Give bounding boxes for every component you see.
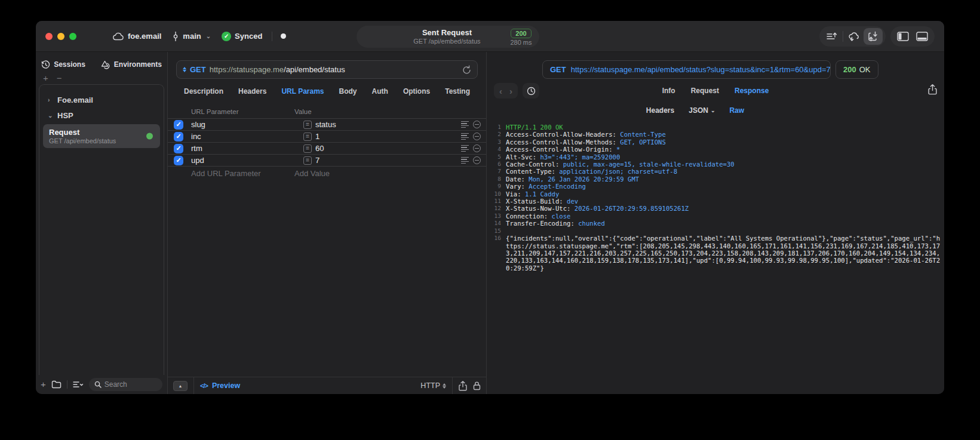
equals-icon: = (303, 121, 312, 129)
toggle-left-sidebar-button[interactable] (893, 28, 913, 45)
param-name[interactable]: inc (191, 132, 287, 141)
line-number: 1 (493, 124, 506, 131)
tree-group-hsp[interactable]: ⌄ HSP (39, 107, 164, 123)
import-export-icon (868, 31, 878, 42)
remove-item-button[interactable]: − (57, 75, 62, 83)
preview-button[interactable]: </> Preview (200, 381, 240, 390)
params-table-header: URL Parameter Value (168, 105, 486, 118)
remove-param-icon[interactable] (473, 133, 481, 140)
tab-url-params[interactable]: URL Params (281, 87, 324, 96)
branch-selector[interactable]: main ⌄ (172, 32, 211, 41)
environments-icon (101, 60, 110, 69)
request-method[interactable]: GET (190, 65, 206, 74)
reorder-handle-icon[interactable] (461, 145, 469, 152)
param-row-rtm[interactable]: ✓rtm=60 (168, 142, 486, 154)
param-row-inc[interactable]: ✓inc=1 (168, 130, 486, 142)
resp-tab-request[interactable]: Request (691, 87, 719, 95)
toggle-bottom-panel-button[interactable] (913, 28, 932, 45)
line-number: 9 (493, 183, 506, 190)
line-content: Date: Mon, 26 Jan 2026 20:29:59 GMT (506, 176, 941, 183)
request-url[interactable]: https://statuspage.me/api/embed/status (210, 65, 345, 74)
param-name[interactable]: slug (191, 120, 287, 129)
zoom-window-button[interactable] (69, 33, 76, 40)
tab-testing[interactable]: Testing (445, 87, 470, 96)
param-enabled-checkbox[interactable]: ✓ (174, 132, 183, 141)
response-line: 11X-Status-Build: dev (493, 198, 941, 205)
minimize-window-button[interactable] (57, 33, 64, 40)
tab-description[interactable]: Description (184, 87, 223, 96)
request-summary-text: Sent Request GET /api/embed/status (364, 29, 511, 45)
reorder-handle-icon[interactable] (461, 121, 469, 128)
response-body[interactable]: 1HTTP/1.1 200 OK2Access-Control-Allow-He… (487, 118, 944, 394)
tab-headers[interactable]: Headers (238, 87, 266, 96)
param-row-slug[interactable]: ✓slug=status (168, 118, 486, 130)
divider (67, 380, 67, 389)
param-value[interactable]: 60 (315, 144, 461, 153)
new-request-button[interactable]: + (41, 381, 46, 387)
param-enabled-checkbox[interactable]: ✓ (174, 120, 183, 130)
param-value[interactable]: status (315, 120, 461, 129)
add-item-button[interactable]: + (43, 75, 48, 83)
request-list-item-selected[interactable]: Request GET /api/embed/status (43, 124, 160, 148)
sync-status[interactable]: ✓ Synced (222, 32, 262, 41)
remove-param-icon[interactable] (473, 156, 481, 164)
request-summary-pill[interactable]: Sent Request GET /api/embed/status 200 2… (357, 26, 539, 48)
import-export-button[interactable] (864, 28, 883, 45)
close-window-button[interactable] (45, 33, 53, 40)
cloud-sync-icon (848, 32, 860, 42)
send-reload-icon[interactable] (462, 65, 471, 75)
project-selector[interactable]: foe.email (112, 32, 161, 41)
tab-auth[interactable]: Auth (372, 87, 388, 96)
tab-body[interactable]: Body (339, 87, 357, 96)
new-folder-icon[interactable] (51, 380, 62, 389)
response-line: 6Cache-Control: public, max-age=15, stal… (493, 161, 941, 168)
session-tree: › Foe.email ⌄ HSP Request GET /api/embed… (39, 84, 164, 375)
add-param-row[interactable]: Add URL Parameter Add Value (168, 166, 486, 180)
protocol-selector[interactable]: HTTP (420, 381, 446, 390)
commit-changes-button[interactable] (822, 28, 841, 45)
tab-options[interactable]: Options (403, 87, 430, 96)
equals-icon: = (303, 133, 312, 141)
project-name: foe.email (128, 32, 161, 41)
param-name[interactable]: upd (191, 156, 287, 165)
collapse-panel-button[interactable]: ▲ (173, 381, 188, 391)
param-enabled-checkbox[interactable]: ✓ (174, 144, 183, 153)
resp-tab-response[interactable]: Response (735, 87, 769, 95)
tab-sessions[interactable]: Sessions (41, 60, 85, 69)
resp-subtab-json[interactable]: JSON⌄ (689, 106, 715, 115)
share-icon[interactable] (459, 381, 467, 391)
add-param-name-placeholder[interactable]: Add URL Parameter (191, 169, 294, 178)
resp-subtab-raw[interactable]: Raw (729, 106, 744, 115)
line-number: 8 (493, 176, 506, 183)
response-line: 14Transfer-Encoding: chunked (493, 220, 941, 227)
param-name[interactable]: rtm (191, 144, 287, 153)
response-url-row: GET https://statuspage.me/api/embed/stat… (487, 60, 944, 79)
resp-subtab-headers[interactable]: Headers (646, 106, 674, 115)
tree-group-foe-email[interactable]: › Foe.email (39, 92, 164, 107)
sent-request-url[interactable]: GET https://statuspage.me/api/embed/stat… (542, 60, 831, 79)
tree-group-label: HSP (57, 111, 73, 120)
method-dropdown-icon[interactable] (183, 67, 186, 72)
response-line: 1HTTP/1.1 200 OK (493, 124, 941, 131)
remove-param-icon[interactable] (473, 144, 481, 152)
reorder-handle-icon[interactable] (461, 133, 469, 140)
sort-filter-icon[interactable] (73, 381, 84, 388)
param-enabled-checkbox[interactable]: ✓ (174, 156, 183, 165)
param-row-upd[interactable]: ✓upd=7 (168, 154, 486, 166)
add-param-value-placeholder[interactable]: Add Value (294, 169, 330, 178)
tab-environments[interactable]: Environments (101, 60, 162, 69)
param-value[interactable]: 7 (315, 156, 461, 165)
sidebar-search-field[interactable]: Search (89, 378, 162, 391)
request-duration: 280 ms (510, 39, 532, 47)
panel-bottom-icon (916, 32, 928, 41)
remove-param-icon[interactable] (473, 121, 481, 128)
request-url-bar[interactable]: GET https://statuspage.me/api/embed/stat… (176, 60, 478, 79)
resp-tab-info[interactable]: Info (662, 87, 675, 95)
reorder-handle-icon[interactable] (461, 157, 469, 164)
response-line: 4Access-Control-Allow-Origin: * (493, 146, 941, 153)
param-value[interactable]: 1 (315, 132, 461, 141)
lock-icon[interactable] (473, 381, 481, 390)
chevron-right-icon: › (48, 97, 53, 103)
request-footer: ▲ </> Preview HTTP (168, 377, 486, 394)
pull-changes-button[interactable] (844, 28, 864, 45)
